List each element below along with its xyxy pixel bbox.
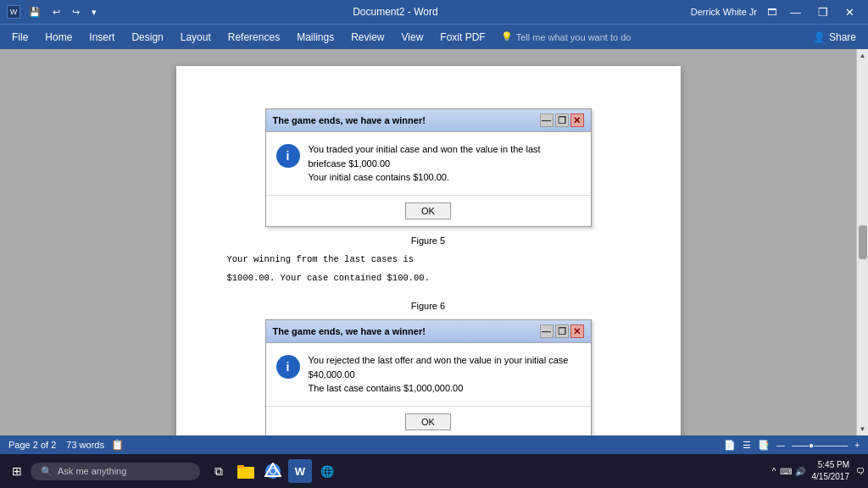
title-bar: W 💾 ↩ ↪ ▾ Document2 - Word Derrick White…	[0, 0, 868, 24]
dialog7-line1: You rejected the last offer and won the …	[309, 353, 581, 381]
dialog5-text: You traded your initial case and won the…	[309, 142, 581, 185]
share-button[interactable]: 👤 Share	[804, 28, 865, 47]
close-button[interactable]: ✕	[838, 4, 861, 20]
notification-button[interactable]: 🗨	[856, 467, 865, 476]
tell-me-box[interactable]: 💡	[501, 31, 669, 42]
file-explorer-button[interactable]	[234, 459, 258, 483]
figure5-label: Figure 5	[227, 236, 630, 246]
document-container: The game ends, we have a winner! — ❐ ✕ i…	[0, 49, 868, 435]
volume-icon[interactable]: 🔊	[795, 467, 805, 476]
view-print[interactable]: 📄	[724, 440, 736, 451]
dialog5-ok[interactable]: OK	[405, 202, 451, 219]
document-scroll[interactable]: The game ends, we have a winner! — ❐ ✕ i…	[0, 49, 856, 435]
menu-insert[interactable]: Insert	[81, 28, 123, 47]
window-icon: 🗖	[767, 7, 776, 17]
menu-bar: File Home Insert Design Layout Reference…	[0, 24, 868, 49]
start-button[interactable]: ⊞	[3, 459, 31, 483]
view-web[interactable]: ☰	[743, 440, 751, 451]
dialog7-titlebar: The game ends, we have a winner! — ❐ ✕	[266, 320, 591, 343]
figure7-dialog: The game ends, we have a winner! — ❐ ✕ i…	[265, 319, 592, 435]
menu-view[interactable]: View	[393, 28, 432, 47]
chevron-up-icon[interactable]: ^	[772, 467, 776, 476]
zoom-in[interactable]: +	[854, 441, 860, 450]
scroll-up[interactable]: ▲	[857, 49, 868, 62]
info-icon2: i	[276, 355, 300, 379]
dialog5-footer: OK	[266, 195, 591, 226]
info-icon: i	[276, 144, 300, 168]
customize-button[interactable]: ▾	[88, 5, 100, 19]
dialog5-titlebar: The game ends, we have a winner! — ❐ ✕	[266, 109, 591, 132]
svg-rect-1	[237, 465, 244, 469]
title-bar-left: W 💾 ↩ ↪ ▾	[7, 5, 100, 19]
figure6-label: Figure 6	[227, 301, 630, 311]
figure5-dialog: The game ends, we have a winner! — ❐ ✕ i…	[265, 108, 592, 227]
minimize-button[interactable]: —	[783, 4, 808, 20]
proofing-icon: 📋	[111, 439, 124, 451]
restore-button[interactable]: ❐	[811, 4, 835, 20]
dialog7-title: The game ends, we have a winner!	[273, 326, 426, 336]
dialog5-close[interactable]: —	[540, 114, 554, 127]
title-bar-controls: Derrick White Jr 🗖 — ❐ ✕	[691, 4, 861, 20]
search-bar[interactable]: 🔍 Ask me anything	[31, 463, 200, 480]
page-count: Page 2 of 2	[8, 440, 56, 450]
dialog5-restore[interactable]: ❐	[555, 114, 569, 127]
zoom-slider[interactable]: ——●————	[792, 441, 848, 450]
taskbar: ⊞ 🔍 Ask me anything ⧉ W 🌐 ^ ⌨ 🔊 5:45 PM	[0, 454, 868, 488]
dialog7-text: You rejected the last offer and won the …	[309, 353, 581, 396]
document-page: The game ends, we have a winner! — ❐ ✕ i…	[176, 66, 681, 435]
menu-mailings[interactable]: Mailings	[288, 28, 342, 47]
search-placeholder: Ask me anything	[58, 466, 126, 476]
menu-home[interactable]: Home	[36, 28, 81, 47]
word-count: 73 words	[66, 440, 104, 450]
menu-foxit[interactable]: Foxit PDF	[431, 28, 493, 47]
redo-button[interactable]: ↪	[69, 5, 83, 19]
chrome-button[interactable]	[261, 459, 285, 483]
status-right: 📄 ☰ 📑 — ——●———— +	[724, 440, 860, 451]
dialog7-body: i You rejected the last offer and won th…	[266, 343, 591, 406]
word-taskbar-button[interactable]: W	[288, 459, 312, 483]
figure5-body1: Your winning from the last cases is	[227, 252, 630, 267]
dialog5-x[interactable]: ✕	[570, 114, 584, 127]
menu-layout[interactable]: Layout	[172, 28, 220, 47]
menu-design[interactable]: Design	[123, 28, 171, 47]
extra-taskbar-button[interactable]: 🌐	[315, 459, 339, 483]
view-read[interactable]: 📑	[758, 440, 770, 451]
keyboard-icon: ⌨	[780, 467, 792, 476]
menu-file[interactable]: File	[3, 28, 36, 47]
dialog5-line1: You traded your initial case and won the…	[309, 142, 581, 170]
window-title: Document2 - Word	[100, 6, 691, 18]
dialog7-close[interactable]: —	[540, 324, 554, 338]
menu-review[interactable]: Review	[342, 28, 392, 47]
lightbulb-icon: 💡	[501, 31, 513, 42]
svg-rect-0	[237, 467, 254, 479]
dialog7-footer: OK	[266, 406, 591, 435]
status-bar: Page 2 of 2 73 words 📋 📄 ☰ 📑 — ——●———— +	[0, 435, 868, 454]
time-display[interactable]: 5:45 PM 4/15/2017	[812, 459, 850, 483]
save-button[interactable]: 💾	[25, 5, 44, 19]
taskbar-right: ^ ⌨ 🔊 5:45 PM 4/15/2017 🗨	[772, 459, 865, 483]
sys-icons: ^ ⌨ 🔊	[772, 467, 805, 476]
clock-time: 5:45 PM	[812, 459, 850, 471]
tell-me-input[interactable]	[516, 32, 669, 42]
scroll-thumb[interactable]	[859, 225, 867, 259]
dialog5-title: The game ends, we have a winner!	[273, 115, 426, 125]
user-name: Derrick White Jr	[691, 7, 757, 17]
zoom-out[interactable]: —	[776, 441, 785, 450]
dialog7-restore[interactable]: ❐	[555, 324, 569, 338]
undo-button[interactable]: ↩	[49, 5, 64, 19]
taskbar-icons: ⧉ W 🌐	[207, 459, 339, 483]
dialog7-x[interactable]: ✕	[570, 324, 584, 338]
figure5-body2: $1000.00. Your case contained $100.00.	[227, 271, 630, 286]
vertical-scrollbar[interactable]: ▲ ▼	[856, 49, 868, 435]
clock-date: 4/15/2017	[812, 471, 850, 483]
word-icon: W	[7, 5, 20, 19]
scroll-down[interactable]: ▼	[857, 423, 868, 435]
dialog7-line2: The last case contains $1,000,000.00	[309, 381, 581, 396]
task-view-button[interactable]: ⧉	[207, 459, 231, 483]
dialog5-body: i You traded your initial case and won t…	[266, 132, 591, 195]
person-icon: 👤	[813, 31, 826, 43]
svg-point-4	[270, 469, 275, 474]
dialog7-ok[interactable]: OK	[405, 413, 451, 430]
menu-references[interactable]: References	[220, 28, 288, 47]
search-icon: 🔍	[41, 466, 53, 477]
